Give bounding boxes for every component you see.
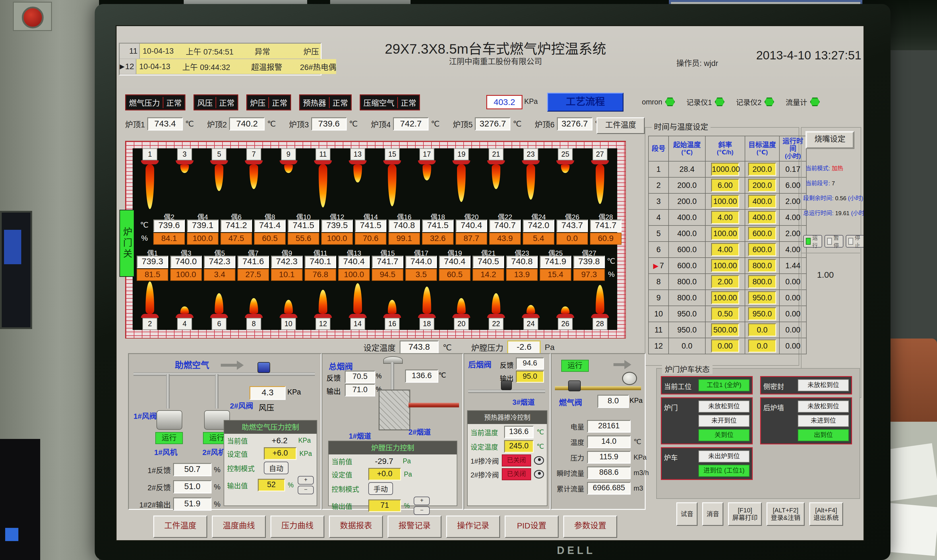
control-output-value[interactable]: 71 [368, 500, 401, 512]
schedule-setpoint[interactable]: 800.0 [748, 275, 776, 288]
schedule-setpoint[interactable]: 500.00 [711, 323, 739, 337]
alarm-row-selected[interactable]: ▶ 12 10-04-13 上午 09:44:32 超温报警 26#热电偶 [120, 59, 321, 75]
schedule-cell[interactable]: 950.0 [745, 290, 780, 306]
schedule-setpoint[interactable]: 0.0 [748, 339, 776, 352]
burner-tag: 20 [454, 318, 469, 330]
schedule-setpoint[interactable]: 600.0 [748, 243, 776, 256]
segment-number: 12 [654, 342, 663, 350]
schedule-setpoint[interactable]: 100.00 [711, 259, 739, 272]
schedule-cell[interactable]: 0.50 [705, 306, 745, 322]
schedule-cell[interactable]: 1000.00 [705, 161, 745, 177]
nav-button-工件温度[interactable]: 工件温度 [153, 515, 207, 538]
system-button[interactable]: [F10]屏幕打印 [728, 502, 762, 526]
segment-number: 7 [660, 262, 664, 270]
schedule-cell[interactable]: 800.0 [745, 258, 780, 274]
schedule-cell[interactable]: 4.00 [705, 209, 745, 226]
workpiece-temp-button[interactable]: 工件温度 [596, 117, 645, 134]
stop-button[interactable]: 停止 [846, 235, 865, 248]
schedule-cell[interactable]: 100.00 [705, 290, 745, 306]
schedule-setpoint[interactable]: 100.00 [711, 195, 739, 208]
schedule-setpoint[interactable]: 2.00 [711, 275, 739, 288]
schedule-cell[interactable]: 600.0 [745, 242, 780, 258]
schedule-cell[interactable]: 0.0 [745, 322, 780, 338]
schedule-setpoint[interactable]: 4.00 [711, 243, 739, 256]
eye-icon[interactable] [534, 456, 544, 465]
schedule-cell[interactable]: 6.00 [705, 177, 745, 193]
control-row-label: 2#掺冷阀 [470, 469, 499, 479]
nav-button-压力曲线[interactable]: 压力曲线 [270, 515, 324, 538]
schedule-setpoint[interactable]: 950.0 [748, 291, 776, 305]
rear-valve-icon [501, 380, 512, 390]
nav-button-PID设置[interactable]: PID设置 [505, 515, 559, 538]
schedule-cell[interactable]: 200.0 [745, 161, 780, 177]
schedule-setpoint[interactable]: 600.0 [748, 227, 776, 240]
schedule-setpoint[interactable]: 6.00 [711, 179, 739, 192]
schedule-setpoint[interactable]: 800.0 [748, 259, 776, 272]
control-unit: KPa [298, 437, 311, 445]
schedule-setpoint[interactable]: 100.00 [711, 291, 739, 305]
panel-title: 助燃空气压力控制 [224, 421, 317, 434]
process-flow-button[interactable]: 工艺流程 [547, 93, 624, 112]
increment-button[interactable]: + [298, 476, 314, 485]
schedule-setpoint[interactable]: 100.00 [711, 227, 739, 240]
system-button[interactable]: 消音 [702, 502, 723, 526]
system-button[interactable]: [ALT+F2]登录&注销 [766, 502, 804, 526]
eye-icon[interactable] [534, 470, 544, 478]
schedule-cell[interactable]: 2.00 [705, 274, 745, 290]
nav-button-温度曲线[interactable]: 温度曲线 [212, 515, 266, 538]
nav-button-报警记录[interactable]: 报警记录 [388, 515, 442, 538]
system-button[interactable]: 试音 [677, 502, 698, 526]
schedule-cell[interactable]: 400.0 [745, 193, 780, 209]
control-setpoint-value[interactable]: 245.0 [504, 440, 534, 453]
control-output-value[interactable]: 52 [258, 479, 285, 491]
control-mode-button[interactable]: 手动 [368, 482, 393, 495]
nav-button-操作记录[interactable]: 操作记录 [446, 515, 500, 538]
gas-metric-list: 电量28161温度14.0℃压力115.9KPa瞬时流量868.6m3/h累计流… [554, 417, 649, 495]
nav-button-数据报表[interactable]: 数据报表 [329, 515, 383, 538]
thermocouple-cell: 偶2739.684.1 [153, 211, 185, 245]
decrement-button[interactable]: − [414, 506, 430, 515]
schedule-cell[interactable]: 4.00 [705, 242, 745, 258]
nav-button-参数设置[interactable]: 参数设置 [563, 515, 617, 538]
increment-button[interactable]: + [414, 497, 430, 505]
schedule-cell[interactable]: 800.0 [745, 274, 780, 290]
control-row: 设定值+0.0Pa [329, 466, 457, 480]
schedule-setpoint[interactable]: 200.0 [748, 179, 776, 192]
door-status-chip: 未放松到位 [698, 400, 749, 412]
roof-temp-item: 炉顶53276.7℃ [453, 117, 521, 131]
burner-column: 13 [340, 148, 375, 210]
burner-settings-button[interactable]: 烧嘴设定 [806, 131, 854, 149]
unit-percent: % [376, 372, 382, 380]
schedule-cell[interactable]: 100.00 [705, 193, 745, 209]
control-setpoint-value[interactable]: +6.0 [264, 447, 297, 460]
control-row-label: 输出值 [331, 501, 365, 511]
control-setpoint-value[interactable]: +0.0 [368, 468, 401, 480]
schedule-row: 120.00.000.00.00 [649, 338, 806, 354]
control-mode-button[interactable]: 自动 [264, 462, 288, 474]
schedule-cell[interactable]: 0.00 [705, 338, 745, 354]
schedule-setpoint[interactable]: 0.0 [748, 323, 776, 337]
schedule-cell[interactable]: 100.00 [705, 226, 745, 242]
run-button[interactable]: 运行 [803, 235, 822, 248]
roof-temp-value: 3276.7 [475, 117, 510, 131]
pause-button[interactable]: 暂停 [824, 235, 843, 248]
schedule-cell[interactable]: 200.0 [745, 177, 780, 193]
schedule-setpoint[interactable]: 0.00 [711, 339, 739, 352]
schedule-cell[interactable]: 400.0 [745, 209, 780, 226]
schedule-setpoint[interactable]: 950.0 [748, 307, 776, 320]
system-button[interactable]: [Alt+F4]退出系统 [809, 502, 843, 526]
alarm-row[interactable]: 11 10-04-13 上午 07:54:51 异常 炉压 [120, 44, 321, 59]
decrement-button[interactable]: − [298, 486, 314, 494]
schedule-setpoint[interactable]: 4.00 [711, 211, 739, 224]
schedule-setpoint[interactable]: 400.0 [748, 195, 776, 208]
schedule-cell[interactable]: 0.0 [745, 338, 780, 354]
schedule-cell[interactable]: 600.0 [745, 226, 780, 242]
schedule-setpoint[interactable]: 0.50 [711, 307, 739, 320]
rear-output-value[interactable]: 95.0 [516, 371, 544, 383]
schedule-cell[interactable]: 950.0 [745, 306, 780, 322]
schedule-cell[interactable]: 500.00 [705, 322, 745, 338]
schedule-cell[interactable]: 100.00 [705, 258, 745, 274]
schedule-setpoint[interactable]: 400.0 [748, 211, 776, 224]
schedule-setpoint[interactable]: 1000.00 [711, 163, 739, 176]
schedule-setpoint[interactable]: 200.0 [748, 163, 776, 176]
